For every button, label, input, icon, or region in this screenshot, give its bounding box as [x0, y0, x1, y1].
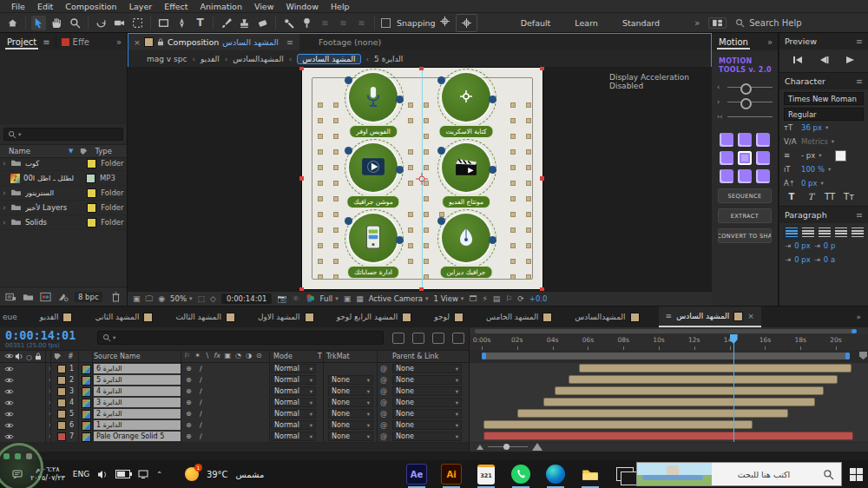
project-row[interactable]: ›الستريتورFolder: [0, 186, 127, 201]
zoom-in-mountain-icon[interactable]: [532, 443, 542, 451]
draft-3d-icon[interactable]: [412, 333, 424, 344]
menu-item-view[interactable]: View: [248, 2, 280, 11]
faux-bold-button[interactable]: T: [785, 192, 799, 201]
breadcrumb-item[interactable]: الدايرة 5: [374, 55, 403, 63]
mask-toggle-icon[interactable]: ◇: [210, 294, 216, 303]
workspace-overflow[interactable]: »: [694, 18, 700, 28]
frame-blending-icon[interactable]: [452, 333, 464, 344]
anchor-dot[interactable]: [345, 147, 352, 155]
indent-value[interactable]: 0 p: [824, 241, 836, 250]
anchor-dot[interactable]: [345, 217, 352, 225]
lock-icon[interactable]: [35, 353, 42, 360]
indent-value[interactable]: 0 a: [824, 255, 835, 264]
anchor-dot[interactable]: [396, 96, 404, 103]
workspace-standard[interactable]: Standard: [622, 18, 660, 28]
chevron-up-icon[interactable]: ⌃: [156, 471, 162, 478]
layer-name[interactable]: الدايرة 5: [94, 375, 181, 385]
playhead-line[interactable]: [733, 334, 734, 442]
collapse-switch-icon[interactable]: ⊕: [186, 376, 192, 384]
roto-brush-tool[interactable]: [281, 16, 296, 30]
sun-icon[interactable]: 1: [185, 467, 199, 481]
selection-tool[interactable]: [31, 16, 46, 30]
quality-switch-icon[interactable]: ∕: [200, 387, 202, 395]
pickwhip-icon[interactable]: @: [380, 410, 387, 418]
show-snapshot-icon[interactable]: 👁: [293, 294, 300, 303]
layer-name[interactable]: الدايرة 6: [94, 364, 181, 373]
brush-tool[interactable]: [219, 16, 233, 30]
trash-icon[interactable]: [110, 292, 122, 302]
play-button[interactable]: [840, 53, 859, 67]
twirl-icon[interactable]: ›: [0, 203, 9, 212]
tabs-overflow[interactable]: »: [856, 313, 861, 321]
vertical-scale-control[interactable]: ıT100 %▾: [779, 162, 868, 176]
timeline-tab-المشهدالسادس[interactable]: المشهدالسادس: [575, 313, 639, 322]
panel-menu-icon[interactable]: ≡: [856, 210, 863, 220]
app-illustrator[interactable]: Ai: [441, 464, 462, 485]
type-tool[interactable]: T: [193, 16, 207, 30]
preview-timecode[interactable]: 0:00:14:01: [221, 293, 272, 304]
anchor-cell[interactable]: [720, 133, 733, 147]
tab-composition[interactable]: × Composition المشهد السادس ≡: [128, 33, 299, 50]
pickwhip-icon[interactable]: @: [380, 376, 387, 384]
eye-icon[interactable]: [4, 353, 14, 359]
layer-name[interactable]: الدايرة 3: [94, 398, 181, 407]
adjustment-icon[interactable]: ◑: [246, 352, 252, 359]
layer-label-swatch[interactable]: [57, 387, 66, 396]
layer-duration-bar[interactable]: [579, 364, 852, 373]
column-type[interactable]: Type: [95, 147, 112, 155]
eye-icon[interactable]: [4, 388, 14, 395]
anchor-cell[interactable]: [720, 151, 733, 165]
anchor-cell[interactable]: [738, 151, 752, 165]
current-timecode[interactable]: 0:00:14:01: [5, 328, 76, 342]
eraser-tool[interactable]: [255, 16, 270, 30]
parent-select[interactable]: None▾: [392, 420, 462, 430]
bit-depth[interactable]: 8 bpc: [75, 292, 102, 302]
project-row[interactable]: ›لأخير LayersFolder: [0, 201, 127, 215]
timeline-tab-المشهد-الرابع-لوجو[interactable]: المشهد الرابع لوجو: [337, 313, 412, 322]
tag-icon[interactable]: [54, 353, 62, 360]
anchor-cell[interactable]: [738, 133, 752, 147]
pan-behind-tool[interactable]: [130, 16, 145, 30]
collapse-switch-icon[interactable]: ⊕: [186, 410, 192, 418]
magnification-dropdown[interactable]: 50%▾: [170, 294, 192, 303]
twirl-icon[interactable]: ›: [0, 188, 9, 197]
layer-row[interactable]: ›2الدايرة 5⊕∕Normal▾None▾@None▾: [0, 374, 469, 386]
blend-mode-select[interactable]: Normal▾: [271, 386, 316, 396]
service-circle-6[interactable]: [442, 214, 490, 262]
composition-viewer[interactable]: Display Acceleration Disabled الفويس اوف…: [128, 67, 712, 291]
trkmat-select[interactable]: None▾: [328, 409, 373, 419]
app-media-player[interactable]: 321: [476, 464, 496, 485]
interpret-footage-icon[interactable]: [5, 292, 16, 302]
rotate-tool[interactable]: [94, 16, 108, 30]
panel-overflow[interactable]: »: [767, 37, 773, 47]
justify-all-button[interactable]: [852, 228, 864, 237]
project-row[interactable]: ♪الطلل ـ اظل ا00.mp3MP3: [0, 171, 127, 186]
app-whatsapp[interactable]: [510, 464, 531, 485]
resolution-dropdown[interactable]: Full▾: [320, 294, 339, 303]
service-circle-5[interactable]: [349, 214, 398, 262]
timeline-tab-لوجو[interactable]: لوجو: [434, 313, 464, 322]
app-file-explorer[interactable]: [580, 464, 601, 485]
collapse-icon[interactable]: ✶: [194, 352, 201, 359]
column-parent-link[interactable]: Parent & Link: [392, 353, 438, 360]
parent-select[interactable]: None▾: [392, 398, 462, 407]
timeline-navigator[interactable]: [475, 329, 857, 333]
channels-icon[interactable]: [306, 293, 315, 305]
panel-overflow[interactable]: »: [116, 37, 122, 47]
timeline-tab-المشهد-الخامس[interactable]: المشهد الخامس: [486, 313, 552, 322]
anchor-cell[interactable]: [756, 151, 770, 165]
layer-label-swatch[interactable]: [57, 399, 66, 407]
speaker-icon[interactable]: [97, 470, 108, 479]
leading-control[interactable]: ≡- px▾: [779, 148, 868, 162]
layer-duration-bar[interactable]: [569, 375, 838, 384]
layer-duration-bar[interactable]: [555, 386, 824, 395]
pickwhip-icon[interactable]: @: [380, 365, 387, 373]
label-color-swatch[interactable]: [86, 174, 95, 183]
panel-menu-icon[interactable]: ≡: [43, 37, 49, 47]
panel-menu-icon[interactable]: ≡: [286, 37, 293, 47]
blend-mode-select[interactable]: Normal▾: [271, 432, 316, 441]
breadcrumb-item[interactable]: المشهد السادس: [297, 54, 360, 64]
tab-effects[interactable]: Effe: [73, 37, 89, 47]
quality-switch-icon[interactable]: ∕: [200, 421, 202, 429]
anchor-dot[interactable]: [437, 217, 445, 225]
